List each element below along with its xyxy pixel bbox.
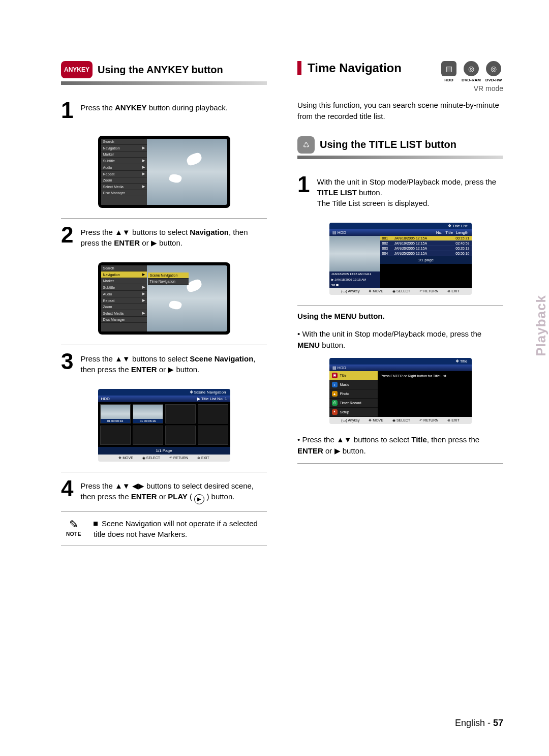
osd-footer-item: ⊗ EXIT xyxy=(447,418,460,422)
text: Press the xyxy=(80,354,115,363)
text-bold: Navigation xyxy=(190,228,229,236)
table-row: 004JAN/25/2005 12:15A00:50:16 xyxy=(380,251,472,256)
step-number: 4 xyxy=(61,477,73,504)
thumbnail xyxy=(100,426,131,445)
icon-label: HDD xyxy=(444,78,453,82)
osd-footer-item: (▭) Anykey xyxy=(341,418,359,422)
menu-item: ▲Photo xyxy=(329,389,378,399)
text: button. xyxy=(157,238,182,247)
text: buttons to select xyxy=(352,435,412,444)
osd-menu-item: Audio▶ xyxy=(101,164,147,171)
text: , then press the xyxy=(427,435,479,444)
osd-menu-item: Search xyxy=(101,139,147,145)
text: With the unit in Stop mode/Playback mode… xyxy=(317,177,496,186)
note-block: ✎ NOTE Scene Navigation will not operate… xyxy=(61,512,267,546)
thumbnail xyxy=(165,404,196,424)
text: Press the xyxy=(80,103,115,112)
subheading: Using the TITLE LIST button xyxy=(320,139,456,150)
text: button. xyxy=(320,341,345,349)
osd-menu-item: Subtitle▶ xyxy=(101,158,147,164)
step-1: 1 Press the ANYKEY button during playbac… xyxy=(61,94,267,129)
icon-label: DVD-RW xyxy=(485,78,502,82)
osd-footer-item: ✥ MOVE xyxy=(369,289,383,293)
text: button. xyxy=(357,188,382,197)
menu-heading: Using the MENU button. xyxy=(297,312,385,320)
osd-submenu-item: Scene Navigation xyxy=(148,273,189,279)
thumbnail xyxy=(165,426,196,445)
step-3: 3 Press the ▲▼ buttons to select Scene N… xyxy=(61,345,267,382)
thumbnail xyxy=(198,404,228,424)
note-label: NOTE xyxy=(61,531,86,537)
text: or xyxy=(140,238,151,247)
osd-scene-nav: Scene Navigation HDD ▶ Title List No. 1 … xyxy=(98,389,230,462)
menu-item: ⏱Timer Record xyxy=(329,399,378,408)
text: or xyxy=(157,492,168,501)
right-step-1: 1 With the unit in Stop mode/Playback mo… xyxy=(297,168,503,216)
osd-media-label: HDD xyxy=(101,397,110,401)
mode-label: VR mode xyxy=(297,84,503,93)
osd-footer-item: ◉ SELECT xyxy=(142,456,160,460)
media-icons: ▤HDD ◎DVD-RAM ◎DVD-RW xyxy=(439,61,503,82)
text-bold: ANYKEY xyxy=(115,103,147,112)
osd-footer-item: ◉ SELECT xyxy=(392,418,410,422)
step-number: 1 xyxy=(61,99,73,122)
text: button. xyxy=(341,446,366,455)
page-number: 57 xyxy=(493,718,503,728)
note-text: Scene Navigation will not operate if a s… xyxy=(94,519,258,538)
arrow-icons: ▲▼ xyxy=(115,354,130,363)
text: ( xyxy=(188,492,194,501)
footer-lang: English xyxy=(455,718,485,728)
text-bold: ENTER xyxy=(131,365,157,374)
text: buttons to select xyxy=(130,228,190,236)
text-bold: Title xyxy=(411,435,427,444)
osd-menu-item: Repeat▶ xyxy=(101,171,147,177)
text: The Title List screen is displayed. xyxy=(317,199,429,207)
text: • Press the xyxy=(297,435,337,444)
arrow-icons: ▲▼ xyxy=(115,228,130,236)
text: button during playback. xyxy=(147,103,228,112)
anykey-badge: ANYKEY xyxy=(61,61,93,78)
preview-image xyxy=(147,139,227,205)
osd-menu-item: Select Media▶ xyxy=(101,310,147,317)
text-bold: PLAY xyxy=(168,492,188,501)
table-row: 002JAN/19/2005 12:15A02:40:53 xyxy=(380,241,472,246)
osd-footer-item: ↶ RETURN xyxy=(419,289,438,293)
osd-menu-item: Zoom xyxy=(101,304,147,310)
osd-media-label: ▤ HDD xyxy=(332,366,347,370)
osd-menu-item: Audio▶ xyxy=(101,291,147,297)
osd-menu-item: Disc Manager xyxy=(101,190,147,196)
text: Press the xyxy=(80,481,115,490)
osd-menu-item: Search xyxy=(101,265,147,271)
osd-menu-item: Subtitle▶ xyxy=(101,284,147,291)
arrow-right-icon: ▶ xyxy=(334,446,341,455)
meta-text: JAN/18/2005 12:15 AM CH11 xyxy=(329,271,380,277)
thumbnail xyxy=(198,426,228,445)
text-bold: TITLE LIST xyxy=(317,188,356,197)
left-column: ANYKEY Using the ANYKEY button 1 Press t… xyxy=(61,61,267,546)
thumbnail: 01 00:06:16 xyxy=(133,404,163,424)
col-header: No. xyxy=(436,230,442,235)
arrow-icons: ▲▼ ◀▶ xyxy=(115,481,144,490)
dvd-ram-icon: ◎ xyxy=(464,61,479,76)
text: or xyxy=(323,446,334,455)
osd-footer-item: (▭) Anykey xyxy=(341,289,359,293)
thumbnail: 01 00:00:16 xyxy=(100,404,131,424)
text-bold: ENTER xyxy=(297,446,323,455)
section-title: Time Navigation xyxy=(308,61,402,75)
osd-message: Press ENTER or Right button for Title Li… xyxy=(378,371,472,417)
text: buttons to select xyxy=(130,354,190,363)
osd-menu-item: Repeat▶ xyxy=(101,297,147,304)
col-header: Length xyxy=(456,230,468,235)
osd-title: Title List xyxy=(448,224,468,228)
table-row: 001JAN/18/2005 12:15A00:15:21 xyxy=(380,236,472,241)
step-2: 2 Press the ▲▼ buttons to select Navigat… xyxy=(61,219,267,255)
osd-menu-item: Marker xyxy=(101,152,147,158)
step-4: 4 Press the ▲▼ ◀▶ buttons to select desi… xyxy=(61,472,267,511)
col-header: Title xyxy=(445,230,453,235)
osd-footer-item: ⊗ EXIT xyxy=(447,289,460,293)
bullet-icon xyxy=(94,522,98,526)
osd-menu-item: Select Media▶ xyxy=(101,184,147,190)
osd-menu: Title ▤ HDD ▣Title♪Music▲Photo⏱Timer Rec… xyxy=(329,358,472,424)
osd-menu-item: Disc Manager xyxy=(101,317,147,323)
osd-footer-item: ✥ MOVE xyxy=(369,418,383,422)
